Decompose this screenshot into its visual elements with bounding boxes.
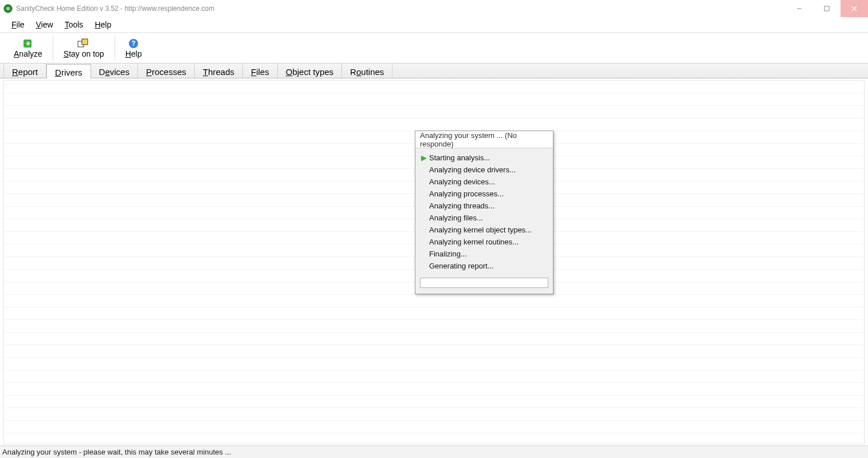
step-label: Analyzing devices... xyxy=(429,177,495,186)
step-device-drivers: Analyzing device drivers... xyxy=(419,164,549,176)
tab-devices[interactable]: Devices xyxy=(91,64,138,78)
analyze-label-rest: nalyze xyxy=(19,49,42,58)
status-text: Analyzing your system - please wait, thi… xyxy=(2,448,231,456)
analyze-icon xyxy=(21,38,35,49)
tab-drivers[interactable]: Drivers xyxy=(46,64,91,78)
close-button[interactable] xyxy=(840,0,868,17)
menu-help-rest: elp xyxy=(101,20,112,29)
step-label: Analyzing device drivers... xyxy=(429,165,516,174)
progress-dialog: Analyzing your system ... (No responde) … xyxy=(415,131,553,294)
tab-report[interactable]: Report xyxy=(3,64,46,78)
stay-on-top-icon xyxy=(77,38,91,49)
step-processes: Analyzing processes... xyxy=(419,188,549,200)
step-devices: Analyzing devices... xyxy=(419,176,549,188)
step-label: Analyzing files... xyxy=(429,214,483,222)
dialog-body: ▶ Starting analysis... Analyzing device … xyxy=(415,148,553,294)
svg-text:?: ? xyxy=(131,40,135,48)
menu-view-rest: iew xyxy=(41,20,53,29)
tab-processes[interactable]: Processes xyxy=(138,64,195,78)
maximize-button[interactable] xyxy=(813,0,840,17)
tab-files[interactable]: Files xyxy=(243,64,278,78)
stay-on-top-button[interactable]: Stay on top xyxy=(56,37,112,60)
tab-routines[interactable]: Routines xyxy=(342,64,392,78)
tab-bar: Report Drivers Devices Processes Threads… xyxy=(0,64,868,78)
toolbar-separator xyxy=(115,35,115,61)
step-routines: Analyzing kernel routines... xyxy=(419,236,549,248)
window-controls xyxy=(785,0,868,17)
step-threads: Analyzing threads... xyxy=(419,200,549,212)
step-label: Analyzing processes... xyxy=(429,189,504,198)
title-bar: SanityCheck Home Edition v 3.52 - http:/… xyxy=(0,0,868,17)
menu-file[interactable]: File xyxy=(6,18,30,31)
step-label: Analyzing kernel object types... xyxy=(429,226,532,234)
step-generating-report: Generating report... xyxy=(419,260,549,272)
stay-on-top-label-rest: tay on top xyxy=(69,49,104,58)
menu-view[interactable]: View xyxy=(30,18,59,31)
play-icon: ▶ xyxy=(419,153,429,162)
window-title: SanityCheck Home Edition v 3.52 - http:/… xyxy=(16,5,214,13)
svg-rect-3 xyxy=(824,6,829,11)
step-label: Finalizing... xyxy=(429,250,467,258)
step-label: Generating report... xyxy=(429,262,494,270)
menu-file-rest: ile xyxy=(17,20,25,29)
menu-tools[interactable]: Tools xyxy=(59,18,89,31)
svg-rect-8 xyxy=(82,39,88,45)
svg-point-1 xyxy=(6,7,10,10)
toolbar-separator xyxy=(53,35,53,61)
help-button[interactable]: ? Help xyxy=(117,37,150,60)
toolbar: Analyze Stay on top ? Help xyxy=(0,33,868,64)
minimize-button[interactable] xyxy=(785,0,813,17)
step-label: Analyzing kernel routines... xyxy=(429,238,519,246)
step-files: Analyzing files... xyxy=(419,212,549,224)
menu-bar: File View Tools Help xyxy=(0,17,868,33)
tab-threads[interactable]: Threads xyxy=(195,64,243,78)
menu-help[interactable]: Help xyxy=(89,18,117,31)
menu-tools-rest: ools xyxy=(69,20,84,29)
status-bar: Analyzing your system - please wait, thi… xyxy=(0,445,868,458)
analyze-button[interactable]: Analyze xyxy=(6,37,50,60)
tab-object-types[interactable]: Object types xyxy=(278,64,342,78)
progress-bar xyxy=(420,278,548,288)
step-label: Starting analysis... xyxy=(429,153,490,162)
help-label-rest: elp xyxy=(131,49,142,58)
step-starting-analysis: ▶ Starting analysis... xyxy=(419,152,549,164)
app-icon xyxy=(3,4,13,13)
dialog-title: Analyzing your system ... (No responde) xyxy=(415,131,553,148)
step-finalizing: Finalizing... xyxy=(419,248,549,260)
help-icon: ? xyxy=(127,38,140,49)
step-label: Analyzing threads... xyxy=(429,202,494,210)
step-object-types: Analyzing kernel object types... xyxy=(419,224,549,236)
